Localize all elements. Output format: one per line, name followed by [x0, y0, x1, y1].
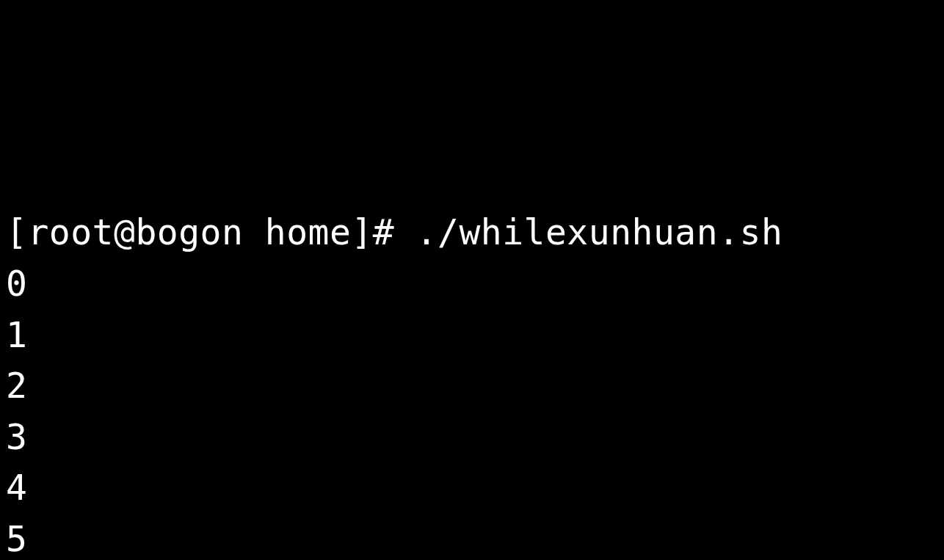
- command-text: ./whilexunhuan.sh: [416, 211, 783, 252]
- output-line: 4: [6, 462, 938, 514]
- output-line: 2: [6, 360, 938, 412]
- terminal-window[interactable]: [root@bogon home]# ./whilexunhuan.sh0123…: [6, 207, 938, 560]
- output-line: 1: [6, 310, 938, 361]
- output-line: 0: [6, 258, 938, 310]
- command-line: [root@bogon home]# ./whilexunhuan.sh: [6, 207, 938, 258]
- shell-prompt: [root@bogon home]#: [6, 211, 416, 252]
- output-line: 3: [6, 412, 938, 463]
- output-line: 5: [6, 514, 938, 560]
